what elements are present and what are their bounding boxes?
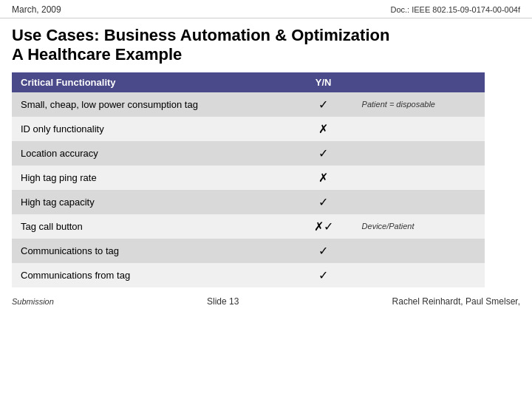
note-cell [353, 263, 485, 287]
feature-cell: High tag capacity [12, 190, 294, 214]
table-row: Communications from tag✓ [12, 263, 485, 287]
feature-cell: Small, cheap, low power consumption tag [12, 92, 294, 117]
note-cell [353, 239, 485, 263]
table-row: Tag call button✗✓Device/Patient [12, 214, 485, 239]
yn-cell: ✓ [294, 239, 353, 263]
functionality-table: Critical Functionality Y/N Small, cheap,… [12, 72, 485, 287]
note-cell [353, 190, 485, 214]
header-date: March, 2009 [12, 4, 61, 15]
table-row: Small, cheap, low power consumption tag✓… [12, 92, 485, 117]
footer-slide: Slide 13 [207, 296, 239, 307]
title-line1: Use Cases: Business Automation & Optimiz… [12, 26, 389, 44]
table-row: Location accuracy✓ [12, 141, 485, 166]
note-cell: Patient = disposable [353, 92, 485, 117]
table-row: ID only functionality✗ [12, 117, 485, 141]
yn-cell: ✗ [294, 117, 353, 141]
footer-author: Rachel Reinhardt, Paul Smelser, [392, 296, 520, 307]
feature-cell: Tag call button [12, 214, 294, 239]
table-container: Critical Functionality Y/N Small, cheap,… [0, 72, 532, 287]
feature-cell: ID only functionality [12, 117, 294, 141]
header-doc-ref: Doc.: IEEE 802.15-09-0174-00-004f [390, 5, 520, 14]
title-line2: A Healthcare Example [12, 45, 182, 64]
yn-cell: ✗ [294, 166, 353, 190]
feature-cell: Location accuracy [12, 141, 294, 166]
yn-cell: ✓ [294, 92, 353, 117]
yn-cell: ✓ [294, 190, 353, 214]
table-header-row: Critical Functionality Y/N [12, 72, 485, 92]
footer-submission: Submission [12, 297, 54, 306]
note-cell [353, 117, 485, 141]
table-row: High tag capacity✓ [12, 190, 485, 214]
feature-cell: Communications to tag [12, 239, 294, 263]
feature-cell: Communications from tag [12, 263, 294, 287]
yn-cell: ✗✓ [294, 214, 353, 239]
col-yn-header: Y/N [294, 72, 353, 92]
table-row: Communications to tag✓ [12, 239, 485, 263]
note-cell: Device/Patient [353, 214, 485, 239]
feature-cell: High tag ping rate [12, 166, 294, 190]
yn-cell: ✓ [294, 141, 353, 166]
footer-bar: Submission Slide 13 Rachel Reinhardt, Pa… [0, 292, 532, 307]
table-row: High tag ping rate✗ [12, 166, 485, 190]
page-title: Use Cases: Business Automation & Optimiz… [0, 18, 532, 69]
yn-cell: ✓ [294, 263, 353, 287]
col-note-header [353, 72, 485, 92]
note-cell [353, 141, 485, 166]
col-feature-header: Critical Functionality [12, 72, 294, 92]
header-bar: March, 2009 Doc.: IEEE 802.15-09-0174-00… [0, 0, 532, 18]
note-cell [353, 166, 485, 190]
